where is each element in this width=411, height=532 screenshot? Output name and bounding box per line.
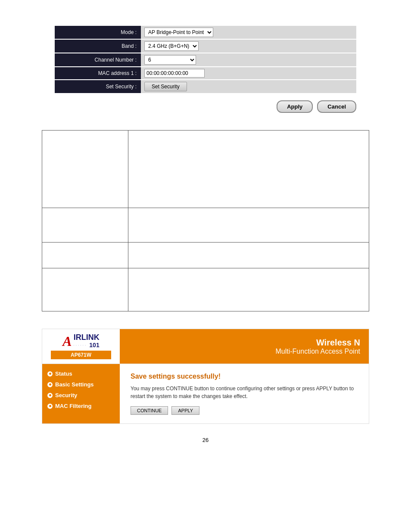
router-title-area: Wireless N Multi-Function Access Point — [120, 329, 369, 364]
table-row-1 — [42, 131, 369, 208]
save-title: Save settings successfully! — [131, 373, 358, 380]
logo-text: IRLINK · · · · · · 101 — [74, 333, 100, 348]
router-body: Status Basic Settings Security MAC Filte… — [42, 364, 369, 423]
settings-section: Mode : AP Bridge-Point to Point Band : 2… — [55, 26, 356, 94]
logo-101: 101 — [89, 342, 99, 348]
set-security-button[interactable]: Set Security — [144, 82, 187, 91]
page-number-text: 26 — [202, 437, 209, 443]
sidebar-radio-inner-mac — [49, 405, 51, 407]
sidebar-label-status: Status — [55, 370, 72, 377]
router-apply-button[interactable]: APPLY — [171, 406, 199, 415]
sidebar-item-basic-settings[interactable]: Basic Settings — [42, 379, 120, 390]
logo-dots: · · · · · · — [74, 344, 86, 347]
band-cell: 2.4 GHz (B+G+N) — [141, 39, 356, 53]
mac-label: MAC address 1 : — [55, 67, 141, 80]
table-cell-left-4 — [42, 268, 128, 311]
continue-button[interactable]: CONTINUE — [131, 406, 168, 415]
sidebar-radio-status — [47, 371, 53, 376]
table-row-4 — [42, 268, 369, 311]
sidebar-radio-inner-status — [49, 373, 51, 375]
table-row-2 — [42, 208, 369, 243]
mode-row: Mode : AP Bridge-Point to Point — [55, 26, 356, 39]
mac-cell — [141, 67, 356, 80]
sidebar-radio-basic — [47, 382, 53, 387]
model-name: AP671W — [51, 351, 111, 359]
airlink-logo: A IRLINK · · · · · · 101 — [62, 333, 99, 348]
table-cell-left-1 — [42, 131, 128, 208]
router-content: Save settings successfully! You may pres… — [120, 364, 369, 423]
sidebar-item-mac-filtering[interactable]: MAC Filtering — [42, 401, 120, 411]
action-buttons: Apply Cancel — [55, 100, 356, 113]
save-desc: You may press CONTINUE button to continu… — [131, 385, 358, 400]
table-cell-right-2 — [128, 208, 369, 243]
sidebar-item-status[interactable]: Status — [42, 368, 120, 379]
security-label: Set Security : — [55, 80, 141, 93]
mode-label: Mode : — [55, 26, 141, 39]
sidebar-label-security: Security — [55, 392, 77, 398]
sidebar-radio-inner-security — [49, 394, 51, 396]
channel-select[interactable]: 6 — [144, 55, 196, 65]
save-buttons: CONTINUE APPLY — [131, 406, 358, 415]
cancel-button[interactable]: Cancel — [317, 100, 356, 113]
page-number: 26 — [0, 437, 411, 443]
channel-cell: 6 — [141, 53, 356, 67]
table-cell-right-3 — [128, 243, 369, 268]
router-ui-section: A IRLINK · · · · · · 101 AP671W Wireless… — [42, 329, 369, 424]
router-logo-area: A IRLINK · · · · · · 101 AP671W — [42, 329, 120, 364]
mode-cell: AP Bridge-Point to Point — [141, 26, 356, 39]
sidebar-label-basic: Basic Settings — [55, 381, 94, 388]
middle-table-section — [42, 130, 369, 311]
settings-table: Mode : AP Bridge-Point to Point Band : 2… — [55, 26, 356, 94]
logo-a-letter: A — [62, 334, 72, 348]
router-header: A IRLINK · · · · · · 101 AP671W Wireless… — [42, 329, 369, 364]
band-label: Band : — [55, 39, 141, 53]
security-cell: Set Security — [141, 80, 356, 93]
channel-row: Channel Number : 6 — [55, 53, 356, 67]
logo-irlink: IRLINK — [74, 333, 100, 342]
sidebar-radio-mac — [47, 404, 53, 409]
table-cell-right-1 — [128, 131, 369, 208]
table-cell-right-4 — [128, 268, 369, 311]
router-sidebar: Status Basic Settings Security MAC Filte… — [42, 364, 120, 423]
mode-select[interactable]: AP Bridge-Point to Point — [144, 28, 213, 37]
channel-label: Channel Number : — [55, 53, 141, 67]
data-table — [42, 130, 369, 311]
band-select[interactable]: 2.4 GHz (B+G+N) — [144, 41, 199, 51]
router-title-wireless: Wireless N — [316, 338, 360, 348]
table-cell-left-2 — [42, 208, 128, 243]
table-cell-left-3 — [42, 243, 128, 268]
sidebar-radio-inner-basic — [49, 383, 51, 386]
router-title-sub: Multi-Function Access Point — [275, 348, 360, 355]
sidebar-radio-security — [47, 393, 53, 398]
band-row: Band : 2.4 GHz (B+G+N) — [55, 39, 356, 53]
security-row: Set Security : Set Security — [55, 80, 356, 93]
sidebar-label-mac: MAC Filtering — [55, 403, 92, 409]
mac-row: MAC address 1 : — [55, 67, 356, 80]
apply-button[interactable]: Apply — [277, 100, 313, 113]
sidebar-item-security[interactable]: Security — [42, 390, 120, 401]
mac-input[interactable] — [144, 69, 205, 78]
table-row-3 — [42, 243, 369, 268]
